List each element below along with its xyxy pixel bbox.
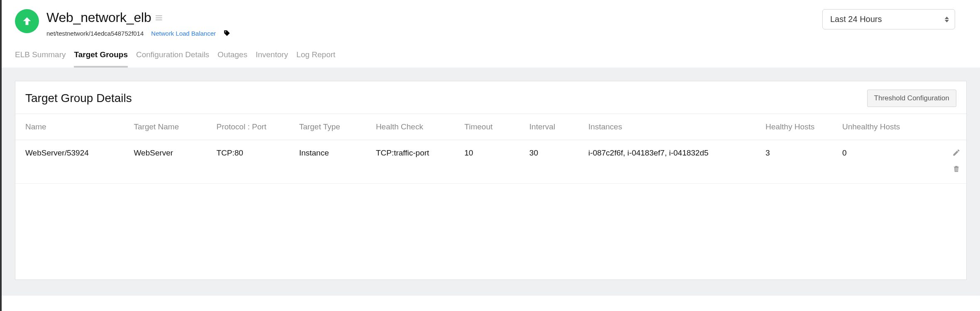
- cell-name: WebServer/53924: [15, 140, 128, 184]
- tab-configuration-details[interactable]: Configuration Details: [136, 50, 209, 68]
- tab-outages[interactable]: Outages: [217, 50, 247, 68]
- cell-interval: 30: [524, 140, 583, 184]
- target-group-panel: Target Group Details Threshold Configura…: [15, 81, 967, 280]
- col-target-type: Target Type: [293, 114, 370, 140]
- table-row: WebServer/53924 WebServer TCP:80 Instanc…: [15, 140, 966, 184]
- col-healthy-hosts: Healthy Hosts: [760, 114, 836, 140]
- col-health-check: Health Check: [370, 114, 458, 140]
- select-arrows-icon: [945, 17, 949, 22]
- col-timeout: Timeout: [458, 114, 524, 140]
- cell-protocol-port: TCP:80: [211, 140, 293, 184]
- tab-log-report[interactable]: Log Report: [296, 50, 335, 68]
- edit-icon[interactable]: [952, 148, 960, 159]
- panel-title: Target Group Details: [25, 92, 132, 105]
- col-actions: [925, 114, 966, 140]
- cell-timeout: 10: [458, 140, 524, 184]
- delete-icon[interactable]: [952, 165, 960, 175]
- page-header: Web_network_elb net/testnetwork/14edca54…: [2, 0, 980, 37]
- left-accent-bar: [0, 0, 2, 296]
- tag-icon[interactable]: [223, 29, 231, 37]
- col-unhealthy-hosts: Unhealthy Hosts: [836, 114, 925, 140]
- resource-path: net/testnetwork/14edca548752f014: [46, 30, 144, 37]
- tab-target-groups[interactable]: Target Groups: [74, 50, 128, 68]
- threshold-configuration-button[interactable]: Threshold Configuration: [867, 90, 956, 107]
- context-menu-icon[interactable]: [156, 15, 162, 20]
- time-range-value: Last 24 Hours: [830, 15, 882, 24]
- cell-health-check: TCP:traffic-port: [370, 140, 458, 184]
- tab-elb-summary[interactable]: ELB Summary: [15, 50, 66, 68]
- balancer-type-link[interactable]: Network Load Balancer: [151, 30, 216, 37]
- time-range-select[interactable]: Last 24 Hours: [822, 9, 955, 29]
- col-instances: Instances: [583, 114, 760, 140]
- col-protocol-port: Protocol : Port: [211, 114, 293, 140]
- page-title: Web_network_elb: [46, 10, 151, 25]
- cell-target-type: Instance: [293, 140, 370, 184]
- col-interval: Interval: [524, 114, 583, 140]
- col-target-name: Target Name: [128, 114, 211, 140]
- cell-instances: i-087c2f6f, i-04183ef7, i-041832d5: [583, 140, 760, 184]
- cell-unhealthy-hosts: 0: [836, 140, 925, 184]
- cell-healthy-hosts: 3: [760, 140, 836, 184]
- cell-target-name: WebServer: [128, 140, 211, 184]
- tab-inventory[interactable]: Inventory: [256, 50, 288, 68]
- target-group-table: Name Target Name Protocol : Port Target …: [15, 114, 966, 184]
- tab-bar: ELB Summary Target Groups Configuration …: [2, 37, 980, 68]
- col-name: Name: [15, 114, 128, 140]
- status-up-icon: [15, 9, 39, 33]
- svg-point-0: [225, 31, 226, 32]
